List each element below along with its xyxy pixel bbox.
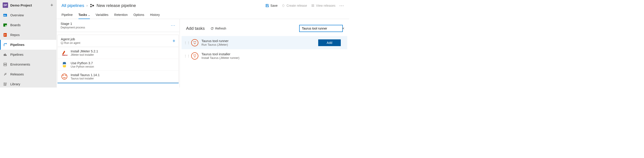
sidebar-item-overview[interactable]: Overview bbox=[0, 10, 56, 20]
create-release-label: Create release bbox=[286, 4, 307, 7]
svg-rect-10 bbox=[4, 54, 5, 56]
sidebar-item-environments[interactable]: Environments bbox=[0, 60, 56, 69]
svg-rect-1 bbox=[4, 15, 4, 16]
add-button[interactable]: Add bbox=[318, 39, 341, 46]
project-header: DP Demo Project + bbox=[0, 0, 56, 10]
chevron-down-icon: ⌄ bbox=[88, 14, 90, 16]
drag-handle-icon[interactable]: ⋮⋮ bbox=[186, 54, 188, 58]
add-task-button[interactable]: + bbox=[172, 38, 175, 44]
overview-icon bbox=[3, 13, 8, 18]
task-title: Use Python 3.7 bbox=[71, 61, 94, 65]
refresh-button[interactable]: Refresh bbox=[210, 27, 226, 30]
main-content: All pipelines › New release pipeline Sav… bbox=[56, 0, 349, 87]
breadcrumb-root[interactable]: All pipelines bbox=[62, 3, 84, 8]
sidebar-item-releases[interactable]: Releases bbox=[0, 69, 56, 79]
sidebar-item-pipelines[interactable]: Pipelines bbox=[0, 40, 56, 50]
drag-handle-icon[interactable]: ⋮⋮ bbox=[186, 41, 188, 45]
tab-retention[interactable]: Retention bbox=[114, 11, 128, 19]
library-icon bbox=[3, 82, 8, 87]
sidebar-item-library[interactable]: Library bbox=[0, 79, 56, 87]
svg-rect-12 bbox=[6, 55, 7, 56]
refresh-label: Refresh bbox=[215, 27, 226, 30]
tab-tasks-label: Tasks bbox=[78, 13, 87, 17]
task-subtitle: Use Python version bbox=[71, 65, 94, 68]
save-button[interactable]: Save bbox=[266, 4, 278, 7]
save-icon bbox=[266, 4, 269, 7]
list-icon bbox=[311, 4, 314, 7]
view-releases-button: View releases bbox=[311, 4, 336, 7]
sidebar-item-label: Pipelines bbox=[10, 43, 24, 47]
agent-job-title: Agent job bbox=[61, 37, 80, 41]
sidebar-item-label: Library bbox=[10, 82, 20, 86]
tab-options[interactable]: Options bbox=[134, 11, 144, 19]
releases-icon bbox=[3, 72, 8, 77]
taurus-icon bbox=[191, 52, 198, 60]
breadcrumb-bar: All pipelines › New release pipeline Sav… bbox=[56, 0, 349, 10]
svg-rect-17 bbox=[6, 83, 7, 86]
agent-job-header[interactable]: Agent job Run on agent + bbox=[58, 35, 178, 47]
search-box[interactable]: ✕ bbox=[299, 25, 343, 32]
stage-more-button[interactable]: ··· bbox=[171, 23, 176, 28]
search-input[interactable] bbox=[302, 27, 341, 30]
sidebar-item-repos[interactable]: Repos bbox=[0, 30, 56, 40]
agent-sub-label: Run on agent bbox=[64, 41, 80, 45]
add-tasks-title: Add tasks bbox=[186, 26, 204, 31]
tab-variables[interactable]: Variables bbox=[96, 11, 108, 19]
svg-rect-14 bbox=[4, 65, 7, 66]
svg-rect-20 bbox=[92, 5, 94, 6]
save-label: Save bbox=[270, 4, 278, 7]
environments-icon bbox=[3, 62, 8, 67]
add-tasks-pane: Add tasks Refresh ✕ ⋮⋮ bbox=[180, 19, 349, 87]
pipeline-type-icon bbox=[90, 3, 94, 8]
svg-rect-16 bbox=[5, 83, 5, 86]
svg-rect-11 bbox=[5, 54, 6, 56]
task-title: Install JMeter 5.2.1 bbox=[71, 50, 98, 53]
taurus-icon bbox=[191, 39, 198, 46]
stage-title: Stage 1 bbox=[60, 22, 85, 26]
sidebar-item-boards[interactable]: Boards bbox=[0, 20, 56, 30]
view-releases-label: View releases bbox=[316, 4, 336, 7]
sidebar-item-label: Releases bbox=[10, 73, 24, 76]
svg-rect-2 bbox=[5, 15, 5, 16]
svg-rect-18 bbox=[90, 4, 92, 5]
stage-header[interactable]: Stage 1 Deployment process ··· bbox=[56, 19, 180, 32]
new-project-button[interactable]: + bbox=[50, 2, 53, 8]
boards-icon bbox=[3, 23, 8, 28]
jmeter-icon: JMeter bbox=[61, 49, 68, 56]
sidebar: DP Demo Project + Overview Boards Repos bbox=[0, 0, 56, 87]
svg-rect-21 bbox=[61, 42, 63, 44]
task-item-jmeter[interactable]: JMeter Install JMeter 5.2.1 JMeter tool … bbox=[58, 47, 178, 59]
svg-rect-13 bbox=[4, 63, 7, 64]
more-actions-button[interactable]: ··· bbox=[340, 3, 344, 8]
python-icon bbox=[61, 61, 68, 68]
svg-point-23 bbox=[62, 74, 67, 79]
task-title: Install Taurus 1.14.1 bbox=[71, 73, 100, 77]
breadcrumb-separator: › bbox=[86, 4, 88, 8]
svg-text:JMeter: JMeter bbox=[62, 54, 68, 56]
result-subtitle: Install Taurus (JMeter runner) bbox=[202, 56, 341, 60]
task-item-taurus[interactable]: Install Taurus 1.14.1 Taurus tool instal… bbox=[58, 71, 178, 83]
project-name[interactable]: Demo Project bbox=[10, 3, 32, 7]
sidebar-item-label: Pipelines bbox=[10, 53, 24, 56]
repos-icon bbox=[3, 33, 8, 37]
rocket-icon bbox=[282, 4, 285, 7]
selection-indicator bbox=[58, 83, 179, 83]
task-result-runner[interactable]: ⋮⋮ Taurus tool runner Run Taurus (JMeter… bbox=[182, 36, 347, 49]
tab-tasks[interactable]: Tasks⌄ bbox=[78, 11, 90, 19]
result-title: Taurus tool installer bbox=[202, 52, 341, 56]
task-result-installer[interactable]: ⋮⋮ Taurus tool installer Install Taurus … bbox=[182, 49, 347, 62]
sidebar-item-pipelines-sub[interactable]: Pipelines bbox=[0, 50, 56, 60]
agent-job-subtitle: Run on agent bbox=[61, 41, 80, 45]
tab-pipeline[interactable]: Pipeline bbox=[62, 11, 73, 19]
tab-history[interactable]: History bbox=[150, 11, 160, 19]
stage-subtitle: Deployment process bbox=[60, 26, 85, 29]
pipelines-sub-icon bbox=[3, 52, 8, 57]
clear-search-button[interactable]: ✕ bbox=[341, 27, 346, 30]
result-title: Taurus tool runner bbox=[202, 39, 315, 43]
sidebar-item-label: Repos bbox=[10, 33, 20, 37]
page-title: New release pipeline bbox=[96, 3, 136, 8]
task-item-python[interactable]: Use Python 3.7 Use Python version bbox=[58, 59, 178, 71]
pipelines-icon bbox=[3, 42, 8, 47]
tabs: Pipeline Tasks⌄ Variables Retention Opti… bbox=[56, 10, 349, 19]
svg-rect-19 bbox=[90, 6, 92, 7]
